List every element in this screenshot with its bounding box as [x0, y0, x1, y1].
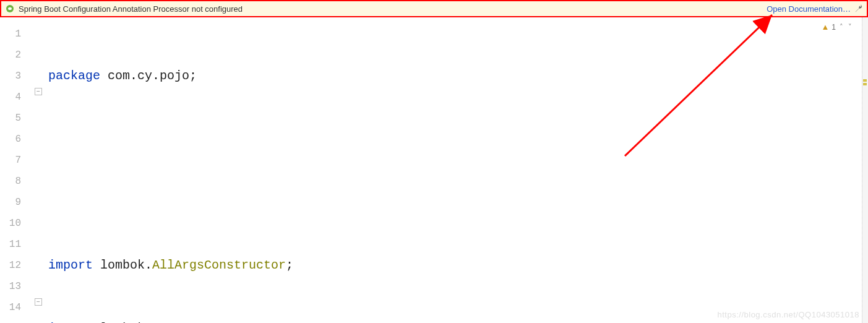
code-line: import lombok.AllArgsConstructor; — [48, 255, 868, 276]
editor-area: 1 2 3 4 5 6 7 8 9 10 11 12 13 14 − − pac… — [0, 17, 868, 323]
fold-gutter: − − — [32, 17, 48, 323]
chevron-down-icon[interactable]: ˅ — [847, 23, 853, 31]
notification-text: Spring Boot Configuration Annotation Pro… — [19, 4, 767, 14]
line-number: 7 — [0, 150, 32, 171]
line-number: 8 — [0, 171, 32, 192]
line-number: 2 — [0, 45, 32, 66]
wrench-icon[interactable] — [854, 4, 863, 13]
chevron-up-icon[interactable]: ˄ — [838, 23, 844, 31]
fold-marker-icon[interactable]: − — [35, 298, 42, 306]
notification-bar: Spring Boot Configuration Annotation Pro… — [0, 0, 868, 17]
line-number: 1 — [0, 24, 32, 45]
line-number: 13 — [0, 276, 32, 297]
line-number: 14 — [0, 297, 32, 318]
warning-count: 1 — [831, 23, 836, 32]
line-number: 11 — [0, 234, 32, 255]
code-line — [48, 192, 868, 213]
stripe-marker[interactable] — [863, 79, 867, 82]
line-number: 10 — [0, 213, 32, 234]
spring-icon — [5, 4, 15, 14]
line-number: 9 — [0, 192, 32, 213]
stripe-marker[interactable] — [863, 83, 867, 85]
inspection-badge[interactable]: ▲ 1 ˄ ˅ — [821, 22, 853, 32]
line-number: 3 — [0, 66, 32, 87]
code-area[interactable]: package com.cy.pojo; import lombok.AllAr… — [48, 17, 868, 323]
warning-triangle-icon: ▲ — [821, 22, 829, 32]
watermark-text: https://blog.csdn.net/QQ1043051018 — [718, 310, 860, 319]
line-number: 4 — [0, 87, 32, 108]
line-number-gutter: 1 2 3 4 5 6 7 8 9 10 11 12 13 14 — [0, 17, 32, 323]
line-number: 6 — [0, 129, 32, 150]
code-line: package com.cy.pojo; — [48, 66, 868, 87]
line-number: 5 — [0, 108, 32, 129]
line-number: 12 — [0, 255, 32, 276]
open-documentation-link[interactable]: Open Documentation… — [767, 4, 851, 14]
fold-marker-icon[interactable]: − — [35, 88, 42, 95]
code-line — [48, 129, 868, 150]
error-stripe[interactable] — [862, 17, 868, 323]
